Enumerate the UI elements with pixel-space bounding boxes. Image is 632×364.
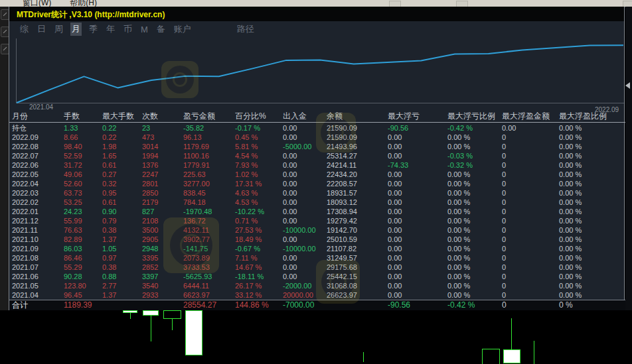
table-cell: 2.77 bbox=[102, 281, 142, 290]
table-cell: 0.00 % bbox=[559, 272, 625, 281]
table-cell: 0.00 bbox=[388, 244, 447, 253]
table-cell: 0.00 bbox=[388, 188, 447, 198]
stats-toolbar: 综日周月季年币M备账户路径 bbox=[9, 21, 624, 37]
table-row[interactable]: 2022.0253.250.612179784.184.53 %0.001809… bbox=[9, 198, 625, 207]
table-cell: 0 bbox=[502, 290, 559, 300]
table-cell: 0 bbox=[502, 179, 559, 188]
table-cell: 0.00 bbox=[388, 170, 447, 179]
toolbar-item-币[interactable]: 币 bbox=[122, 23, 133, 36]
table-cell: 2022.08 bbox=[12, 142, 64, 151]
mtdriver-stats-panel: MTDriver统计 ,V3.10 (http://mtdriver.cn) 综… bbox=[9, 7, 625, 310]
panel-title: MTDriver统计 ,V3.10 (http://mtdriver.cn) bbox=[17, 9, 165, 21]
table-row[interactable]: 2021.1255.990.792108136.720.71 %0.001927… bbox=[9, 216, 625, 225]
table-cell: 0.00 % bbox=[559, 160, 625, 170]
table-cell: 0.32 bbox=[102, 179, 142, 188]
table-cell: 55.99 bbox=[64, 216, 102, 225]
table-cell: 86.03 bbox=[64, 244, 102, 253]
table-cell: 2021.05 bbox=[12, 281, 64, 290]
table-cell: 0.00 % bbox=[447, 170, 502, 179]
table-cell: 持仓 bbox=[12, 123, 64, 133]
table-cell: 0.00 % bbox=[559, 253, 625, 263]
table-cell: 2179 bbox=[142, 198, 183, 207]
table-cell: 2801 bbox=[142, 179, 183, 188]
toolbar-item-年[interactable]: 年 bbox=[105, 23, 116, 36]
table-cell: 0.00 % bbox=[447, 133, 502, 142]
table-cell: 27.53 % bbox=[235, 225, 283, 235]
table-cell: -90.56 bbox=[388, 300, 447, 310]
table-cell: 2247 bbox=[142, 170, 183, 179]
table-cell: -1970.48 bbox=[183, 207, 235, 216]
table-cell: 0.00 % bbox=[447, 235, 502, 244]
table-cell: 0.00 % bbox=[447, 188, 502, 198]
toolbar-item-综[interactable]: 综 bbox=[19, 23, 30, 36]
toolbar-item-日[interactable]: 日 bbox=[36, 23, 47, 36]
table-row[interactable]: 2021.1176.630.3835004132.1127.53 %-10000… bbox=[9, 225, 625, 235]
table-cell: 0.00 bbox=[388, 151, 447, 160]
table-cell: 2850 bbox=[142, 188, 183, 198]
table-cell: 0.00 % bbox=[447, 216, 502, 225]
candle-body bbox=[143, 310, 158, 315]
table-cell: 0.00 % bbox=[447, 263, 502, 272]
table-cell: 3277.00 bbox=[183, 179, 235, 188]
table-row[interactable]: 2022.0363.730.952850838.454.63 %0.001893… bbox=[9, 188, 625, 198]
table-row[interactable]: 2021.0886.460.9733952073.897.11 %0.00312… bbox=[9, 253, 625, 263]
table-cell bbox=[142, 300, 183, 310]
table-row[interactable]: 2022.0752.591.6519941100.164.54 %0.00253… bbox=[9, 151, 625, 160]
table-cell: 0 bbox=[502, 263, 559, 272]
toolbar-item-账户[interactable]: 账户 bbox=[173, 23, 193, 36]
column-header: 最大浮亏 bbox=[388, 111, 447, 122]
table-row[interactable]: 2022.0631.720.6113761779.917.93 %0.00242… bbox=[9, 160, 625, 170]
equity-curve-svg bbox=[9, 37, 625, 103]
x-axis-start-label: 2021.04 bbox=[29, 103, 53, 111]
table-cell: 0.00 % bbox=[559, 142, 625, 151]
table-row[interactable]: 2021.1082.891.3729053902.7718.49 %0.0025… bbox=[9, 235, 625, 244]
table-cell: 2022.01 bbox=[12, 207, 64, 216]
table-cell: -74.33 bbox=[388, 160, 447, 170]
toolbar-item-周[interactable]: 周 bbox=[53, 23, 64, 36]
table-cell: 0.00 bbox=[388, 272, 447, 281]
table-row[interactable]: 2022.0452.600.3228013277.0017.31 %0.0022… bbox=[9, 179, 625, 188]
table-cell: 0 % bbox=[559, 300, 625, 310]
toolbar-item-季[interactable]: 季 bbox=[88, 23, 99, 36]
table-row[interactable]: 2021.0986.031.052948-141.75-0.67 %-10000… bbox=[9, 244, 625, 253]
table-cell: 0.00 % bbox=[559, 216, 625, 225]
table-row-total[interactable]: 合计1189.3928554.27144.86 %-7000.00-90.56-… bbox=[9, 300, 625, 310]
table-cell: 0.00 bbox=[388, 133, 447, 142]
table-cell: 0.00 bbox=[388, 281, 447, 290]
table-cell: 0.61 bbox=[102, 160, 142, 170]
table-cell: 31.72 bbox=[64, 160, 102, 170]
table-cell: 0.00 % bbox=[559, 281, 625, 290]
table-cell: 52.59 bbox=[64, 151, 102, 160]
table-cell: 2021.07 bbox=[12, 263, 64, 272]
table-cell: 0.27 bbox=[102, 170, 142, 179]
table-cell: 96.45 bbox=[64, 290, 102, 300]
table-row[interactable]: 2022.0124.230.90827-1970.48-10.22 %0.001… bbox=[9, 207, 625, 216]
table-cell: 1779.91 bbox=[183, 160, 235, 170]
table-cell: 2022.02 bbox=[12, 198, 64, 207]
toolbar-item-月[interactable]: 月 bbox=[70, 23, 82, 36]
table-cell: 18093.12 bbox=[327, 198, 388, 207]
table-cell: 0 bbox=[502, 160, 559, 170]
toolbar-item-path[interactable]: 路径 bbox=[237, 23, 254, 35]
table-cell: 0 bbox=[502, 170, 559, 179]
table-cell: 0.00 % bbox=[559, 170, 625, 179]
table-cell: 0.00 % bbox=[559, 290, 625, 300]
table-cell: 0 bbox=[502, 253, 559, 263]
toolbar-item-M[interactable]: M bbox=[139, 24, 149, 35]
table-cell: 1994 bbox=[142, 151, 183, 160]
table-cell: 4.63 % bbox=[235, 188, 283, 198]
table-cell: 18931.57 bbox=[327, 188, 388, 198]
table-cell: 0.00 bbox=[388, 142, 447, 151]
table-cell: 2021.04 bbox=[12, 290, 64, 300]
table-cell: 784.18 bbox=[183, 198, 235, 207]
table-cell: 0.90 bbox=[102, 207, 142, 216]
table-cell: 21107.82 bbox=[327, 244, 388, 253]
table-row[interactable]: 2022.0549.060.272247225.631.02 %0.002243… bbox=[9, 170, 625, 179]
table-cell: 144.86 % bbox=[235, 300, 283, 310]
chart-edge-marker-icon bbox=[625, 82, 630, 89]
table-cell: 49.06 bbox=[64, 170, 102, 179]
toolbar-item-备[interactable]: 备 bbox=[155, 23, 167, 36]
table-cell: 225.63 bbox=[183, 170, 235, 179]
table-cell: 25314.27 bbox=[327, 151, 388, 160]
left-tool-strip bbox=[0, 7, 9, 310]
